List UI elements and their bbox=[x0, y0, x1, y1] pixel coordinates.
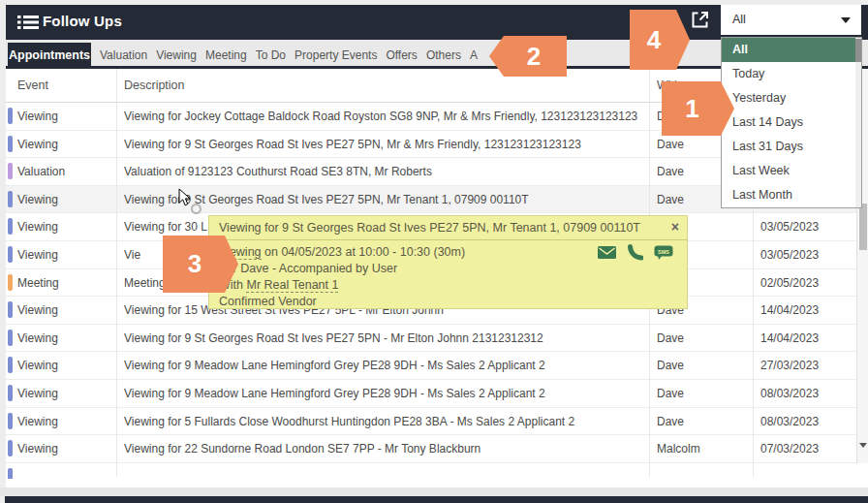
event-cell: Viewing bbox=[17, 325, 58, 352]
event-type-bar bbox=[8, 330, 13, 346]
tab-appointments[interactable]: Appointments bbox=[8, 43, 91, 69]
tooltip-status-line: Confirmed Vendor bbox=[219, 294, 677, 310]
option-last-14-days[interactable]: Last 14 Days bbox=[722, 110, 856, 135]
date-cell: 14/04/2023 bbox=[760, 325, 819, 352]
date-cell: 08/03/2023 bbox=[760, 380, 819, 407]
event-type-bar bbox=[8, 468, 13, 479]
event-tooltip: Viewing for 9 St Georges Road St Ives PE… bbox=[208, 215, 688, 309]
event-type-bar bbox=[8, 385, 13, 401]
date-cell: 03/05/2023 bbox=[760, 241, 819, 268]
page-title: Follow Ups bbox=[43, 13, 122, 29]
event-type-bar bbox=[8, 246, 13, 263]
table-row-partial[interactable] bbox=[6, 463, 856, 479]
tab-others[interactable]: Others bbox=[426, 48, 461, 62]
date-cell: 07/03/2023 bbox=[760, 435, 819, 462]
tab-row: Valuation Viewing Meeting To Do Property… bbox=[100, 43, 478, 68]
column-header-description[interactable]: Description bbox=[124, 69, 185, 102]
event-type-bar bbox=[8, 191, 13, 207]
cursor-busy-indicator bbox=[191, 204, 202, 214]
event-cell: Viewing bbox=[17, 186, 58, 213]
footer-bar bbox=[5, 496, 868, 503]
sms-icon-label: SMS bbox=[658, 248, 669, 254]
tab-offers[interactable]: Offers bbox=[386, 48, 417, 62]
tooltip-actions: SMS bbox=[598, 244, 673, 261]
table-row[interactable]: Viewing Viewing for 9 Meadow Lane Heming… bbox=[6, 380, 856, 408]
event-cell: Viewing bbox=[17, 297, 58, 324]
option-last-month[interactable]: Last Month bbox=[722, 183, 856, 207]
with-cell: Dave bbox=[657, 408, 684, 435]
event-type-bar bbox=[8, 218, 13, 235]
description-cell: Viewing for 9 Meadow Lane Hemingford Gre… bbox=[124, 352, 651, 379]
sms-icon[interactable]: SMS bbox=[654, 245, 673, 261]
tenant-link[interactable]: Mr Real Tenant 1 bbox=[246, 278, 338, 293]
tab-meeting[interactable]: Meeting bbox=[205, 48, 247, 62]
event-cell: Viewing bbox=[17, 380, 58, 407]
column-divider bbox=[116, 69, 117, 477]
chevron-down-icon bbox=[841, 17, 851, 23]
dropdown-scrollbar-thumb[interactable] bbox=[855, 39, 861, 62]
event-cell: Viewing bbox=[17, 241, 58, 268]
option-last-week[interactable]: Last Week bbox=[722, 159, 856, 183]
tab-partial[interactable]: A bbox=[470, 48, 478, 62]
date-cell: 03/05/2023 bbox=[760, 213, 819, 240]
scrollbar-down-arrow-icon[interactable] bbox=[859, 443, 867, 448]
tab-viewing[interactable]: Viewing bbox=[156, 48, 197, 62]
tab-to-do[interactable]: To Do bbox=[256, 48, 286, 62]
external-link-icon[interactable] bbox=[689, 9, 711, 35]
footer-strip bbox=[0, 487, 868, 496]
description-cell: Viewing for 22 Sundorne Road London SE7 … bbox=[124, 435, 651, 462]
event-cell: Viewing bbox=[17, 435, 58, 462]
callout-arrow-2: 2 bbox=[489, 36, 567, 77]
description-cell: Viewing for 9 St Georges Road St Ives PE… bbox=[124, 325, 651, 352]
table-row[interactable]: Viewing Viewing for 22 Sundorne Road Lon… bbox=[6, 435, 856, 463]
follow-ups-window: Follow Ups All Appointments Valuation Vi… bbox=[0, 0, 868, 503]
option-today[interactable]: Today bbox=[722, 62, 856, 86]
option-yesterday[interactable]: Yesterday bbox=[722, 86, 856, 110]
description-cell: Viewing for 9 St Georges Road St Ives PE… bbox=[124, 131, 651, 158]
date-cell: 27/03/2023 bbox=[760, 352, 819, 379]
event-type-bar bbox=[8, 108, 13, 124]
scrollbar-thumb[interactable] bbox=[859, 204, 867, 250]
mouse-cursor bbox=[178, 188, 192, 211]
date-filter-dropdown: All Today Yesterday Last 14 Days Last 31… bbox=[721, 37, 862, 208]
with-cell: Dave bbox=[657, 186, 684, 213]
event-type-bar bbox=[8, 274, 13, 291]
dropdown-scrollbar[interactable] bbox=[855, 38, 861, 207]
tooltip-when-rest: on 04/05/2023 at 10:00 - 10:30 (30m) bbox=[262, 245, 466, 259]
description-cell: Viewing for 5 Fullards Close Woodhurst H… bbox=[124, 408, 651, 435]
event-cell: Viewing bbox=[17, 103, 58, 130]
with-cell: Dave bbox=[657, 158, 684, 185]
phone-icon[interactable] bbox=[627, 244, 643, 261]
option-last-31-days[interactable]: Last 31 Days bbox=[722, 135, 856, 159]
table-row[interactable]: Viewing Viewing for 9 St Georges Road St… bbox=[6, 325, 856, 353]
callout-arrow-1: 1 bbox=[662, 81, 734, 136]
event-type-bar bbox=[8, 163, 13, 179]
column-header-event[interactable]: Event bbox=[17, 69, 48, 102]
event-type-bar bbox=[8, 301, 13, 318]
date-cell: 14/04/2023 bbox=[760, 297, 819, 324]
description-cell: Viewing for Jockey Cottage Baldock Road … bbox=[124, 103, 651, 130]
with-cell: Dave bbox=[657, 380, 684, 407]
date-filter-select[interactable]: All bbox=[721, 5, 861, 35]
list-icon bbox=[17, 15, 39, 34]
option-all[interactable]: All bbox=[722, 38, 856, 62]
table-row[interactable]: Viewing Viewing for 9 Meadow Lane Heming… bbox=[6, 352, 856, 380]
callout-arrow-3: 3 bbox=[163, 236, 238, 293]
tooltip-title: Viewing for 9 St Georges Road St Ives PE… bbox=[209, 216, 687, 240]
event-cell: Viewing bbox=[17, 131, 58, 158]
tooltip-with-line: With Mr Real Tenant 1 bbox=[219, 277, 677, 294]
event-type-bar bbox=[8, 136, 13, 152]
date-cell: 08/03/2023 bbox=[760, 408, 819, 435]
date-filter-value: All bbox=[732, 13, 746, 26]
tab-valuation[interactable]: Valuation bbox=[100, 48, 147, 62]
date-cell: 02/05/2023 bbox=[760, 269, 819, 297]
event-cell: Viewing bbox=[17, 408, 58, 435]
description-cell: Valuation of 9123123 Couthurst Road SE3 … bbox=[124, 158, 651, 185]
close-icon[interactable]: × bbox=[671, 219, 679, 235]
with-cell: Malcolm bbox=[657, 435, 700, 462]
table-row[interactable]: Viewing Viewing for 5 Fullards Close Woo… bbox=[6, 408, 856, 436]
email-icon[interactable] bbox=[598, 246, 616, 259]
event-type-bar bbox=[8, 413, 13, 429]
tab-property-events[interactable]: Property Events bbox=[294, 48, 377, 62]
event-type-bar bbox=[8, 357, 13, 373]
